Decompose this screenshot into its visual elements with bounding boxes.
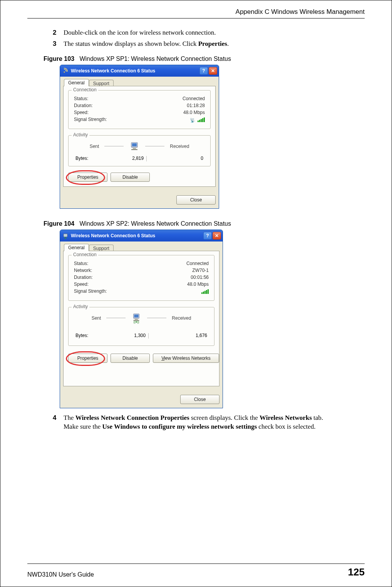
figure-number: Figure 103 bbox=[44, 55, 74, 62]
text: screen displays. Click the bbox=[189, 414, 260, 421]
computer-activity-icon bbox=[129, 142, 140, 151]
text: The bbox=[64, 414, 75, 421]
value-duration: 00:01:56 bbox=[166, 275, 209, 280]
window-title: Wireless Network Connection 6 Status bbox=[71, 68, 199, 74]
label-duration: Duration: bbox=[74, 103, 93, 108]
close-button[interactable]: Close bbox=[180, 395, 219, 404]
wireless-icon bbox=[62, 233, 69, 239]
computer-activity-icon: ((●)) bbox=[131, 314, 142, 323]
titlebar[interactable]: Wireless Network Connection 6 Status ? ✕ bbox=[60, 230, 223, 242]
figure-title: Windows XP SP2: Wireless Network Connect… bbox=[79, 220, 231, 227]
antenna-icon: 📡 bbox=[190, 118, 195, 123]
label-speed: Speed: bbox=[74, 110, 89, 115]
groupbox-connection: Connection Status:Connected Duration:01:… bbox=[68, 90, 211, 129]
label-bytes: Bytes: bbox=[75, 156, 118, 161]
group-legend: Activity bbox=[72, 304, 89, 309]
svg-rect-3 bbox=[133, 148, 136, 149]
label-duration: Duration: bbox=[74, 275, 93, 280]
groupbox-activity: Activity Sent ((●)) Received B bbox=[68, 307, 214, 346]
value-bytes-received: 1,676 bbox=[164, 333, 207, 339]
tab-pane: Connection Status:Connected Duration:01:… bbox=[63, 86, 216, 187]
window-title: Wireless Network Connection 6 Status bbox=[71, 233, 203, 238]
value-bytes-received: 0 bbox=[161, 156, 203, 161]
bold-text: Wireless Networks bbox=[260, 414, 312, 421]
properties-button[interactable]: Properties bbox=[68, 173, 107, 182]
tab-strip: General Support bbox=[63, 79, 216, 86]
figure-number: Figure 104 bbox=[44, 220, 74, 227]
svg-text:((●)): ((●)) bbox=[134, 320, 139, 324]
text: tab. bbox=[312, 414, 323, 421]
view-wireless-networks-button[interactable]: View Wireless Networks bbox=[153, 354, 219, 363]
label-status: Status: bbox=[74, 96, 88, 101]
label-signal: Signal Strength: bbox=[74, 117, 107, 123]
figure-103-dialog: Wireless Network Connection 6 Status ? ✕… bbox=[60, 65, 219, 209]
group-legend: Activity bbox=[72, 132, 89, 138]
svg-rect-2 bbox=[132, 143, 137, 146]
tab-general[interactable]: General bbox=[64, 79, 89, 86]
help-button[interactable]: ? bbox=[199, 67, 208, 75]
bold-text: Properties bbox=[198, 40, 227, 47]
step-number: 2 bbox=[53, 29, 64, 37]
activity-sent-label: Sent bbox=[90, 144, 99, 149]
titlebar[interactable]: Wireless Network Connection 6 Status ? ✕ bbox=[60, 65, 219, 77]
properties-button[interactable]: Properties bbox=[68, 354, 107, 363]
group-legend: Connection bbox=[72, 87, 98, 92]
step-4: 4 The Wireless Network Connection Proper… bbox=[53, 414, 365, 431]
tab-pane: Connection Status:Connected Network:ZW70… bbox=[63, 251, 219, 386]
text: check box is selected. bbox=[257, 423, 315, 430]
figure-title: Windows XP SP1: Wireless Network Connect… bbox=[79, 55, 231, 62]
text: Make sure the bbox=[64, 423, 102, 430]
value-signal bbox=[166, 288, 209, 295]
btn-text: iew Wireless Networks bbox=[164, 356, 211, 361]
value-signal: 📡 bbox=[162, 117, 205, 123]
value-bytes-sent: 1,300 bbox=[120, 333, 163, 339]
tab-strip: General Support bbox=[63, 244, 219, 251]
text: The status window displays as shown belo… bbox=[64, 40, 198, 47]
help-button[interactable]: ? bbox=[203, 232, 212, 240]
value-speed: 48.0 Mbps bbox=[162, 110, 205, 115]
close-icon[interactable]: ✕ bbox=[209, 67, 217, 75]
signal-bars-icon bbox=[198, 117, 205, 122]
step-2: 2 Double-click on the icon for wireless … bbox=[53, 29, 365, 37]
step-number: 3 bbox=[53, 40, 64, 49]
figure-104-caption: Figure 104 Windows XP SP2: Wireless Netw… bbox=[44, 220, 365, 227]
figure-103-caption: Figure 103 Windows XP SP1: Wireless Netw… bbox=[44, 55, 365, 62]
page-number: 125 bbox=[348, 566, 365, 578]
figure-104-dialog: Wireless Network Connection 6 Status ? ✕… bbox=[60, 230, 223, 408]
running-header: Appendix C Windows Wireless Management bbox=[27, 8, 365, 18]
activity-received-label: Received bbox=[170, 144, 189, 149]
step-text: The status window displays as shown belo… bbox=[64, 40, 365, 49]
value-network: ZW70-1 bbox=[166, 268, 209, 273]
group-legend: Connection bbox=[72, 252, 98, 257]
close-icon[interactable]: ✕ bbox=[213, 232, 221, 240]
bold-text: Use Windows to configure my wireless net… bbox=[102, 423, 257, 430]
svg-rect-5 bbox=[64, 234, 67, 237]
disable-button[interactable]: Disable bbox=[111, 173, 150, 182]
svg-point-0 bbox=[64, 71, 65, 72]
close-button[interactable]: Close bbox=[176, 195, 216, 205]
bold-text: Wireless Network Connection Properties bbox=[75, 414, 189, 421]
text: . bbox=[227, 40, 229, 47]
value-status: Connected bbox=[162, 96, 205, 101]
footer-title: NWD310N User's Guide bbox=[27, 571, 94, 578]
svg-rect-4 bbox=[131, 149, 137, 150]
value-speed: 48.0 Mbps bbox=[166, 282, 209, 287]
label-network: Network: bbox=[74, 268, 92, 273]
value-duration: 01:18:28 bbox=[162, 103, 205, 108]
label-status: Status: bbox=[74, 261, 88, 266]
svg-rect-7 bbox=[134, 315, 139, 317]
value-status: Connected bbox=[166, 261, 209, 266]
tab-general[interactable]: General bbox=[64, 244, 89, 251]
wireless-icon bbox=[62, 68, 69, 74]
step-text: The Wireless Network Connection Properti… bbox=[64, 414, 365, 431]
step-number: 4 bbox=[53, 414, 64, 431]
label-bytes: Bytes: bbox=[75, 333, 119, 339]
signal-bars-icon bbox=[201, 288, 209, 294]
disable-button[interactable]: Disable bbox=[111, 354, 150, 363]
step-3: 3 The status window displays as shown be… bbox=[53, 40, 365, 49]
activity-received-label: Received bbox=[172, 315, 191, 321]
page-footer: NWD310N User's Guide 125 bbox=[27, 564, 365, 578]
step-text: Double-click on the icon for wireless ne… bbox=[64, 29, 365, 37]
label-signal: Signal Strength: bbox=[74, 288, 107, 295]
label-speed: Speed: bbox=[74, 282, 89, 287]
